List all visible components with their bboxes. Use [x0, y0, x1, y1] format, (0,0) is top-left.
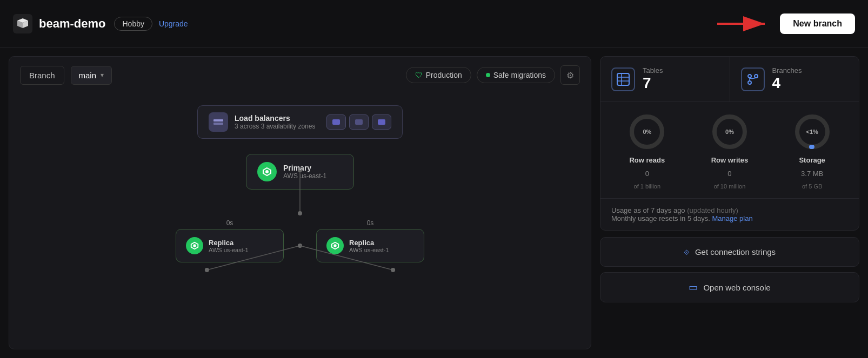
replica-1-title: Replica	[209, 239, 249, 247]
safe-migrations-tag: Safe migrations	[477, 67, 555, 83]
row-reads-item: 0% Row reads 0 of 1 billion	[628, 113, 666, 190]
reset-text: Monthly usage resets in 5 days.	[611, 214, 710, 222]
primary-title: Primary	[283, 164, 326, 172]
storage-item: <1% Storage 3.7 MB of 5 GB	[793, 113, 831, 190]
replica-col-2: 0s Replica AWS us-east-1	[316, 219, 424, 262]
svg-point-21	[755, 75, 758, 78]
replica-col-1: 0s Replica AWS us-east-1	[176, 219, 284, 262]
stats-top: Tables 7 Bran	[600, 57, 859, 102]
primary-node: Primary AWS us-east-1	[246, 154, 354, 190]
check-dot-icon	[486, 73, 490, 77]
svg-rect-16	[617, 73, 629, 85]
row-reads-donut: 0%	[628, 113, 666, 151]
svg-point-12	[391, 268, 395, 272]
row-writes-pct: 0%	[725, 129, 734, 135]
row-reads-label: Row reads	[629, 156, 665, 164]
donut-row: 0% Row reads 0 of 1 billion 0% Row write…	[600, 102, 859, 199]
svg-point-13	[265, 170, 269, 173]
branches-stat: Branches 4	[730, 57, 859, 102]
branch-tags: 🛡 Production Safe migrations ⚙	[406, 65, 580, 85]
replica-row: 0s Replica AWS us-east-1	[176, 219, 424, 262]
primary-icon	[257, 162, 277, 181]
connection-strings-label: Get connection strings	[695, 247, 776, 256]
load-balancer-info: Load balancers 3 across 3 availability z…	[235, 114, 320, 130]
branches-value: 4	[772, 75, 802, 92]
replica-2-info: Replica AWS us-east-1	[349, 239, 389, 253]
new-branch-button[interactable]: New branch	[780, 13, 855, 34]
svg-point-15	[333, 244, 336, 247]
branch-select[interactable]: main ▾	[71, 66, 112, 85]
replica-2-icon	[326, 237, 344, 254]
web-console-icon: ▭	[689, 281, 698, 293]
replica-2-latency: 0s	[367, 219, 374, 227]
row-reads-limit: of 1 billion	[634, 183, 661, 190]
lb-button-1[interactable]	[326, 114, 346, 130]
primary-sub: AWS us-east-1	[283, 172, 326, 180]
row-writes-value: 0	[727, 170, 731, 178]
branches-icon	[741, 67, 765, 91]
upgrade-link[interactable]: Upgrade	[159, 19, 188, 28]
storage-value: 3.7 MB	[801, 170, 823, 178]
shield-icon: 🛡	[415, 71, 423, 79]
settings-button[interactable]: ⚙	[560, 65, 580, 85]
svg-rect-3	[213, 119, 223, 121]
branches-info: Branches 4	[772, 66, 802, 92]
tables-value: 7	[643, 75, 663, 92]
row-writes-limit: of 10 million	[714, 183, 746, 190]
stats-card: Tables 7 Bran	[600, 56, 859, 231]
replica-2-title: Replica	[349, 239, 389, 247]
load-balancer-icon	[209, 112, 228, 132]
replica-1-sub: AWS us-east-1	[209, 247, 249, 253]
header: beam-demo Hobby Upgrade New branch	[0, 0, 868, 48]
usage-text: Usage as of 7 days ago	[611, 206, 685, 214]
primary-section: Primary AWS us-east-1	[246, 154, 354, 190]
storage-donut: <1%	[793, 113, 831, 151]
tables-info: Tables 7	[643, 66, 663, 92]
branch-label: Branch	[20, 66, 64, 85]
tables-label: Tables	[643, 66, 663, 75]
load-balancer-buttons	[326, 114, 391, 130]
row-writes-label: Row writes	[711, 156, 749, 164]
connection-strings-button[interactable]: ⟐ Get connection strings	[600, 237, 859, 267]
branch-select-value: main	[79, 71, 97, 80]
primary-info: Primary AWS us-east-1	[283, 164, 326, 180]
replica-2-sub: AWS us-east-1	[349, 247, 389, 253]
arrow-icon	[717, 13, 771, 35]
chevron-down-icon: ▾	[101, 71, 104, 79]
storage-label: Storage	[799, 156, 825, 164]
header-right: New branch	[717, 13, 855, 35]
update-text: (updated hourly)	[687, 206, 738, 214]
branches-label: Branches	[772, 66, 802, 75]
replica-1-info: Replica AWS us-east-1	[209, 239, 249, 253]
row-writes-donut: 0%	[711, 113, 749, 151]
load-balancer-title: Load balancers	[235, 114, 320, 123]
left-panel: Branch main ▾ 🛡 Production Safe migratio…	[9, 56, 591, 349]
main-layout: Branch main ▾ 🛡 Production Safe migratio…	[0, 48, 868, 358]
app-title: beam-demo	[39, 17, 105, 31]
svg-point-22	[748, 81, 751, 84]
arrow-indicator	[717, 13, 771, 35]
svg-point-7	[298, 211, 302, 215]
row-writes-item: 0% Row writes 0 of 10 million	[711, 113, 749, 190]
lb-button-3[interactable]	[372, 114, 391, 130]
svg-point-14	[193, 244, 196, 247]
storage-limit: of 5 GB	[802, 183, 822, 190]
svg-point-20	[748, 75, 751, 78]
usage-info: Usage as of 7 days ago (updated hourly) …	[600, 199, 859, 230]
replica-1-icon	[186, 237, 203, 254]
replica-node-2: Replica AWS us-east-1	[316, 229, 424, 262]
svg-point-10	[205, 268, 209, 272]
lb-button-2[interactable]	[349, 114, 369, 130]
load-balancer-node: Load balancers 3 across 3 availability z…	[197, 105, 403, 139]
web-console-button[interactable]: ▭ Open web console	[600, 272, 859, 302]
diagram-area: Load balancers 3 across 3 availability z…	[9, 94, 591, 349]
tables-icon	[611, 67, 635, 91]
replica-node-1: Replica AWS us-east-1	[176, 229, 284, 262]
manage-plan-link[interactable]: Manage plan	[712, 214, 752, 222]
load-balancer-sub: 3 across 3 availability zones	[235, 123, 320, 130]
logo-icon	[13, 14, 32, 33]
production-label: Production	[426, 71, 462, 79]
web-console-label: Open web console	[703, 283, 770, 292]
branch-bar: Branch main ▾ 🛡 Production Safe migratio…	[9, 57, 591, 93]
replica-1-latency: 0s	[226, 219, 233, 227]
